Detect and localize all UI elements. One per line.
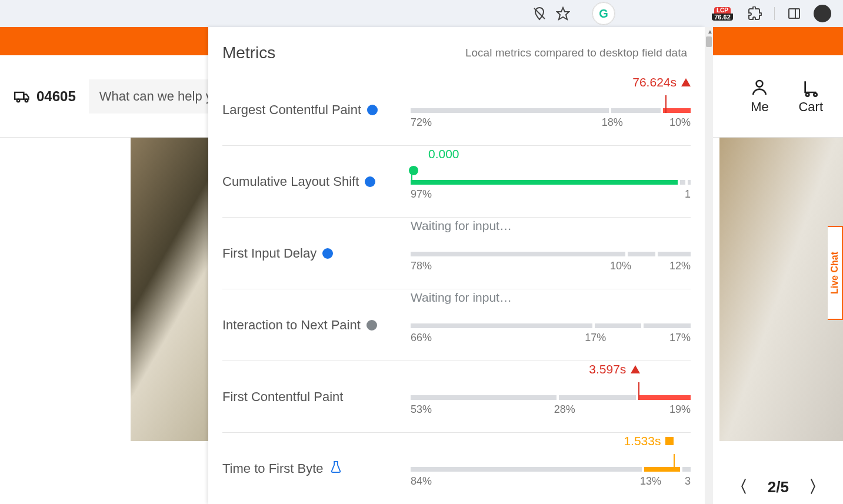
bar-segment-poor bbox=[682, 467, 691, 472]
live-chat-tab[interactable]: Live Chat bbox=[828, 226, 843, 320]
metric-row-fid: First Input Delay Waiting for input… 78%… bbox=[222, 218, 691, 289]
seg3-fcp: 19% bbox=[669, 403, 691, 416]
browser-toolbar: G LCP 76.62 bbox=[0, 0, 843, 27]
seg1-fid: 78% bbox=[411, 260, 432, 272]
bar-segment-good bbox=[411, 108, 609, 113]
seg3-cls: 1 bbox=[685, 188, 691, 201]
svg-point-7 bbox=[757, 81, 763, 87]
lcp-badge-label: LCP bbox=[714, 7, 731, 14]
location-off-icon[interactable] bbox=[532, 6, 547, 21]
bar-segment-needs bbox=[628, 252, 655, 256]
extensions-icon[interactable] bbox=[747, 6, 762, 21]
svg-point-6 bbox=[25, 99, 28, 102]
star-icon[interactable] bbox=[555, 6, 571, 21]
bookmark-area bbox=[527, 3, 580, 24]
carousel-image-right bbox=[719, 138, 843, 441]
seg2-lcp: 18% bbox=[602, 116, 623, 129]
marker-line bbox=[665, 95, 667, 113]
lcp-badge-value: 76.62 bbox=[712, 14, 733, 21]
bar-segment-poor bbox=[638, 395, 691, 400]
bar-segment-good bbox=[411, 467, 642, 472]
svg-marker-1 bbox=[557, 8, 569, 19]
seg3-inp: 17% bbox=[669, 332, 691, 344]
core-vital-dot-icon bbox=[365, 176, 375, 187]
square-icon bbox=[665, 437, 674, 445]
seg2-ttfb: 13% bbox=[640, 475, 661, 488]
bar-segment-good bbox=[411, 180, 678, 185]
bar-segment-needs bbox=[611, 108, 661, 113]
cart-button[interactable]: Cart bbox=[798, 78, 823, 115]
svg-point-5 bbox=[17, 99, 20, 102]
metric-label-lcp: Largest Contentful Paint bbox=[222, 102, 361, 118]
seg3-lcp: 10% bbox=[669, 116, 691, 129]
scrollbar-thumb[interactable] bbox=[706, 36, 712, 47]
flask-icon bbox=[329, 460, 342, 477]
marker-line bbox=[638, 382, 639, 400]
metric-label-inp: Interaction to Next Paint bbox=[222, 318, 361, 333]
metric-row-fcp: First Contentful Paint 3.597s 53% 28% 19… bbox=[222, 361, 691, 433]
bar-segment-needs bbox=[595, 323, 642, 328]
metric-value-fid: Waiting for input… bbox=[411, 219, 512, 233]
metric-label-fid: First Input Delay bbox=[222, 246, 316, 261]
carousel-image-left bbox=[131, 138, 208, 441]
chevron-left-icon[interactable]: 〈 bbox=[731, 476, 748, 498]
grammarly-extension-icon[interactable]: G bbox=[592, 2, 615, 25]
bar-segment-good bbox=[411, 395, 557, 400]
seg3-fid: 12% bbox=[669, 260, 691, 272]
triangle-up-icon bbox=[681, 78, 691, 86]
seg1-inp: 66% bbox=[411, 332, 432, 344]
metric-row-ttfb: Time to First Byte 1.533s 84% bbox=[222, 433, 691, 504]
metric-label-fcp: First Contentful Paint bbox=[222, 389, 343, 405]
metric-value-inp: Waiting for input… bbox=[411, 291, 512, 305]
bar-segment-poor bbox=[663, 108, 691, 113]
seg2-fcp: 28% bbox=[554, 403, 575, 416]
cart-label: Cart bbox=[798, 99, 823, 115]
seg2-fid: 10% bbox=[610, 260, 631, 272]
carousel-pager: 〈 2/5 〉 bbox=[731, 476, 825, 498]
side-panel-icon[interactable] bbox=[787, 6, 802, 21]
marker-line bbox=[674, 454, 675, 472]
delivery-zip[interactable]: 04605 bbox=[14, 88, 76, 105]
zip-code: 04605 bbox=[36, 88, 76, 105]
profile-avatar-icon[interactable] bbox=[814, 5, 831, 22]
me-button[interactable]: Me bbox=[750, 78, 769, 115]
web-vitals-extension-icon[interactable]: LCP 76.62 bbox=[709, 3, 735, 24]
bar-segment-poor bbox=[658, 252, 691, 256]
popup-title: Metrics bbox=[222, 44, 275, 62]
search-input[interactable]: What can we help y bbox=[89, 79, 224, 114]
metric-row-cls: Cumulative Layout Shift 0.000 97% 1 bbox=[222, 146, 691, 218]
seg1-lcp: 72% bbox=[411, 116, 432, 129]
core-vital-dot-icon bbox=[322, 248, 333, 259]
bar-segment-poor bbox=[688, 180, 691, 185]
metric-label-cls: Cumulative Layout Shift bbox=[222, 174, 359, 189]
metric-value-cls: 0.000 bbox=[428, 147, 459, 161]
scrollbar[interactable]: ▲ bbox=[705, 27, 713, 504]
popup-subtitle: Local metrics compared to desktop field … bbox=[465, 46, 687, 59]
me-label: Me bbox=[751, 99, 769, 115]
metric-label-ttfb: Time to First Byte bbox=[222, 461, 324, 476]
bar-segment-needs bbox=[559, 395, 636, 400]
seg3-ttfb: 3 bbox=[685, 475, 691, 488]
bar-segment-needs bbox=[680, 180, 685, 185]
web-vitals-popup: ▲ Metrics Local metrics compared to desk… bbox=[208, 27, 705, 504]
scroll-up-icon[interactable]: ▲ bbox=[707, 28, 713, 35]
svg-point-9 bbox=[814, 93, 817, 96]
seg2-inp: 17% bbox=[585, 332, 606, 344]
bar-segment-good bbox=[411, 252, 625, 256]
pager-text: 2/5 bbox=[768, 478, 789, 496]
metric-row-lcp: Largest Contentful Paint 76.624s 72% 18% bbox=[222, 74, 691, 146]
seg1-cls: 97% bbox=[411, 188, 432, 201]
circle-icon bbox=[409, 166, 418, 175]
bar-segment-good bbox=[411, 323, 592, 328]
divider bbox=[774, 7, 775, 20]
svg-rect-4 bbox=[15, 92, 24, 99]
seg1-fcp: 53% bbox=[411, 403, 432, 416]
metric-value-lcp: 76.624s bbox=[632, 75, 677, 89]
bar-segment-poor bbox=[644, 323, 691, 328]
pending-vital-dot-icon bbox=[366, 320, 377, 331]
metric-value-fcp: 3.597s bbox=[589, 362, 626, 376]
svg-rect-2 bbox=[789, 9, 799, 18]
chevron-right-icon[interactable]: 〉 bbox=[809, 476, 825, 498]
metric-value-ttfb: 1.533s bbox=[624, 434, 661, 448]
marker-line bbox=[411, 167, 412, 185]
